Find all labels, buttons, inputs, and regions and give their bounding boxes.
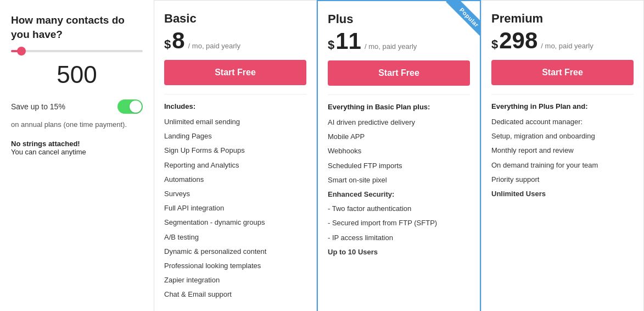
annual-toggle[interactable] [117, 99, 143, 114]
plus-security-2: - IP access limitation [328, 231, 470, 245]
contact-count: 500 [11, 61, 143, 88]
plan-card-plus: Popular Plus $ 11 / mo, paid yearly Star… [317, 0, 481, 311]
basic-plan-name: Basic [164, 12, 306, 26]
plus-divider [328, 95, 470, 95]
basic-feature-3: Reporting and Analytics [164, 158, 306, 173]
save-text: Save up to 15% [11, 102, 65, 111]
page-container: How many contacts do you have? 500 Save … [0, 0, 644, 311]
basic-feature-8: A/B testing [164, 230, 306, 245]
premium-start-button[interactable]: Start Free [491, 60, 634, 85]
plan-card-premium: Premium $ 298 / mo, paid yearly Start Fr… [481, 0, 644, 311]
premium-users-label: Unlimited Users [491, 187, 634, 201]
plus-feature-2: Webhooks [328, 144, 470, 158]
premium-feature-2: Monthly report and review [491, 143, 634, 158]
basic-feature-6: Full API integration [164, 201, 306, 215]
premium-price-period: / mo, paid yearly [541, 42, 593, 50]
premium-price-dollar: $ [491, 37, 498, 52]
save-row: Save up to 15% [11, 99, 143, 114]
basic-feature-2: Sign Up Forms & Popups [164, 143, 306, 158]
no-strings-line2: You can cancel anytime [11, 148, 143, 156]
premium-feature-3: On demand training for your team [491, 158, 634, 173]
basic-feature-7: Segmentation - dynamic groups [164, 215, 306, 230]
plus-security-0: - Two factor authentication [328, 202, 470, 216]
basic-feature-9: Dynamic & personalized content [164, 245, 306, 259]
plus-plan-price: $ 11 / mo, paid yearly [328, 30, 470, 53]
basic-plan-price: $ 8 / mo, paid yearly [164, 29, 306, 52]
left-title: How many contacts do you have? [11, 13, 143, 41]
basic-price-dollar: $ [164, 37, 171, 52]
plus-features-label: Everything in Basic Plan plus: [328, 103, 470, 111]
plan-card-basic: Basic $ 8 / mo, paid yearly Start Free I… [154, 0, 317, 311]
plus-security-label: Enhanced Security: [328, 187, 470, 202]
basic-feature-11: Zapier integration [164, 273, 306, 287]
plus-security-1: - Secured import from FTP (SFTP) [328, 216, 470, 230]
premium-plan-price: $ 298 / mo, paid yearly [491, 29, 634, 52]
plus-price-period: / mo, paid yearly [365, 42, 417, 51]
basic-feature-4: Automations [164, 173, 306, 187]
basic-feature-1: Landing Pages [164, 129, 306, 143]
premium-feature-1: Setup, migration and onboarding [491, 129, 634, 143]
basic-feature-10: Professional looking templates [164, 259, 306, 273]
no-strings: No strings attached! You can cancel anyt… [11, 140, 143, 156]
plus-start-button[interactable]: Start Free [328, 60, 470, 86]
premium-features-label: Everything in Plus Plan and: [491, 102, 634, 110]
basic-price-amount: 8 [172, 29, 184, 52]
basic-features-label: Includes: [164, 102, 306, 110]
basic-feature-0: Unlimited email sending [164, 115, 306, 129]
basic-start-button[interactable]: Start Free [164, 60, 306, 85]
toggle-knob [130, 101, 142, 113]
plus-price-dollar: $ [328, 38, 334, 52]
basic-feature-5: Surveys [164, 187, 306, 201]
plus-feature-1: Mobile APP [328, 130, 470, 144]
premium-feature-0: Dedicated account manager: [491, 115, 634, 129]
plus-plan-name: Plus [328, 12, 470, 26]
slider-container [11, 50, 143, 52]
basic-feature-12: Chat & Email support [164, 287, 306, 302]
contact-slider[interactable] [11, 50, 143, 52]
premium-feature-4: Priority support [491, 173, 634, 187]
premium-plan-name: Premium [491, 12, 634, 26]
plus-feature-3: Scheduled FTP imports [328, 159, 470, 173]
plus-users-label: Up to 10 Users [328, 245, 470, 259]
basic-price-period: / mo, paid yearly [188, 42, 240, 50]
plus-feature-4: Smart on-site pixel [328, 173, 470, 187]
left-panel: How many contacts do you have? 500 Save … [0, 0, 154, 311]
annual-text: on annual plans (one time payment). [11, 120, 143, 129]
basic-divider [164, 94, 306, 95]
pricing-area: Basic $ 8 / mo, paid yearly Start Free I… [154, 0, 644, 311]
premium-divider [491, 94, 634, 95]
plus-feature-0: AI driven predictive delivery [328, 115, 470, 130]
premium-price-amount: 298 [499, 29, 537, 52]
no-strings-line1: No strings attached! [11, 140, 143, 148]
plus-price-amount: 11 [335, 30, 361, 53]
